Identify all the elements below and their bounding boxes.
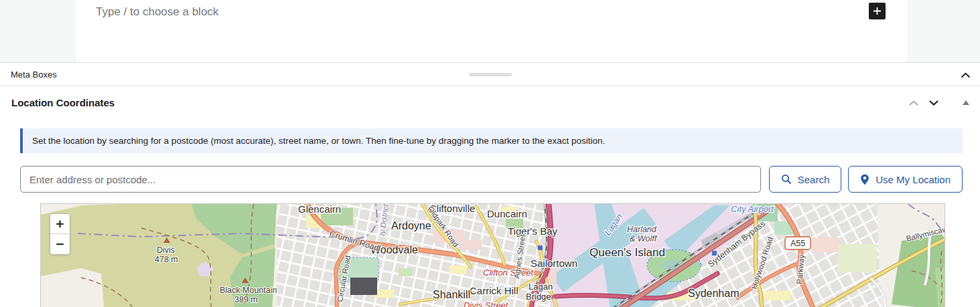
map-label-lagan-bridge-2: Bridge xyxy=(526,292,551,302)
chevron-down-icon xyxy=(929,100,938,106)
map-label-duncairn: Duncairn xyxy=(487,208,527,219)
help-notice-text: Set the location by searching for a post… xyxy=(32,136,605,146)
use-my-location-button[interactable]: Use My Location xyxy=(848,166,963,193)
move-panel-down-button[interactable] xyxy=(924,93,944,113)
editor-left-margin xyxy=(0,0,76,62)
map-zoom-in-button[interactable]: + xyxy=(50,214,70,234)
use-my-location-label: Use My Location xyxy=(876,174,951,185)
map-label-black-mountain: Black Mountain xyxy=(220,286,277,295)
location-coordinates-header: Location Coordinates xyxy=(0,86,980,119)
meta-boxes-title: Meta Boxes xyxy=(11,70,57,80)
plus-icon xyxy=(872,6,882,16)
map-label-glencairn: Glencairn xyxy=(298,204,341,215)
panel-actions xyxy=(904,86,976,119)
map-label-harland-2: & Wolff xyxy=(630,234,658,243)
move-panel-up-button[interactable] xyxy=(904,93,924,113)
map-label-divis-street: Divis Street xyxy=(464,300,509,307)
panel-title: Location Coordinates xyxy=(11,97,115,108)
map-label-lagan-bridge-1: Lagan xyxy=(529,282,553,292)
map-label-sydenham: Sydenham xyxy=(688,288,740,299)
editor-right-margin xyxy=(907,0,980,62)
map-road-badge-a55: A55 xyxy=(785,237,811,249)
map-label-city-airport: City Airport xyxy=(731,204,774,214)
map-label-divis: Divis xyxy=(157,245,175,255)
map-container[interactable]: A55 Glencairn Cliftonville Duncairn Ardo… xyxy=(40,203,945,307)
map-label-sailortown: Sailortown xyxy=(531,258,577,269)
map-label-carrick-hill: Carrick Hill xyxy=(470,285,518,296)
map-label-divis-elev: 478 m xyxy=(155,255,178,264)
chevron-up-icon xyxy=(961,72,971,78)
map-pin-icon xyxy=(860,174,869,185)
triangle-up-icon xyxy=(963,100,969,105)
panel-toggle-button[interactable] xyxy=(956,93,976,113)
block-appender-placeholder[interactable]: Type / to choose a block xyxy=(96,5,218,19)
map-label-shankill: Shankill xyxy=(433,289,470,300)
meta-boxes-bar: Meta Boxes xyxy=(0,62,980,86)
map-label-tigers-bay: Tiger's Bay xyxy=(508,225,557,237)
map-zoom-control: + − xyxy=(50,213,70,255)
magnifier-icon xyxy=(781,174,792,185)
map-label-queens-island: Queen's Island xyxy=(589,246,665,259)
location-coordinates-body: Set the location by searching for a post… xyxy=(0,119,980,307)
map-label-ardoyne: Ardoyne xyxy=(391,220,431,231)
meta-boxes-resize-handle[interactable] xyxy=(469,73,512,76)
search-button[interactable]: Search xyxy=(769,166,842,193)
map-svg: A55 Glencairn Cliftonville Duncairn Ardo… xyxy=(41,204,945,307)
address-search-input[interactable] xyxy=(20,166,761,193)
meta-boxes-collapse-button[interactable] xyxy=(956,66,975,84)
search-button-label: Search xyxy=(798,174,830,185)
chevron-up-icon xyxy=(909,100,918,106)
map-label-clifton-street: Clifton Street xyxy=(483,268,535,278)
map-zoom-out-button[interactable]: − xyxy=(50,234,70,254)
map-label-black-mountain-elev: 389 m xyxy=(234,295,258,304)
add-block-button[interactable] xyxy=(869,3,886,19)
address-search-row: Search Use My Location xyxy=(20,166,963,193)
map-label-harland-1: Harland xyxy=(627,225,657,234)
map-label-a55: A55 xyxy=(790,239,805,248)
help-notice: Set the location by searching for a post… xyxy=(20,128,963,153)
map-junction-marker xyxy=(538,245,543,250)
editor-canvas: Type / to choose a block xyxy=(0,0,980,62)
